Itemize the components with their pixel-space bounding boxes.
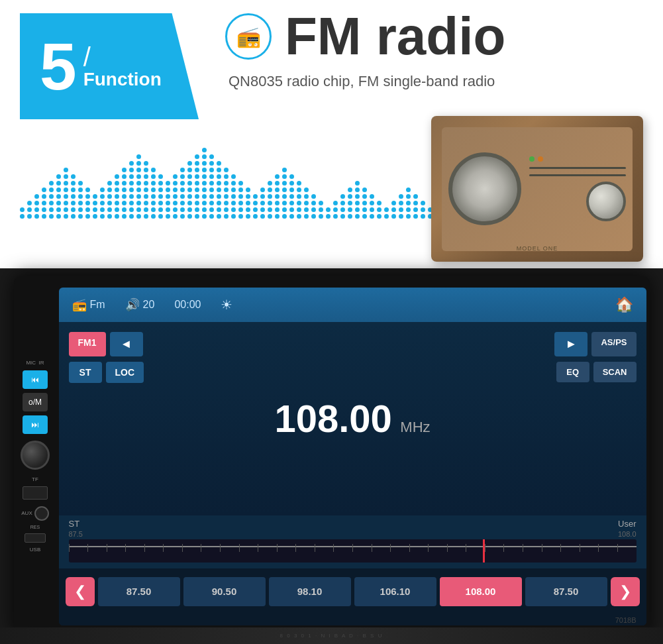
soundwave-dot: [260, 188, 265, 192]
tuner-needle: [483, 539, 485, 563]
soundwave-dot: [209, 154, 214, 159]
soundwave-column: [421, 201, 425, 219]
soundwave-dot: [166, 201, 170, 205]
preset-left-arrow[interactable]: ❮: [66, 577, 95, 606]
fm-band-button[interactable]: FM1: [69, 332, 106, 356]
soundwave-dot: [195, 188, 199, 192]
soundwave-dot: [246, 214, 250, 219]
soundwave-dot: [64, 207, 68, 212]
soundwave-dot: [304, 214, 309, 219]
soundwave-dot: [122, 201, 127, 205]
preset-station-button[interactable]: 87.50: [98, 577, 180, 606]
soundwave-column: [78, 181, 83, 219]
soundwave-dot: [195, 174, 199, 179]
home-button[interactable]: 🏠: [615, 296, 633, 313]
preset-right-arrow[interactable]: ❯: [611, 577, 640, 606]
soundwave-dot: [231, 174, 236, 179]
soundwave-dot: [289, 214, 294, 219]
soundwave-dot: [129, 214, 134, 219]
tuner-ticks: [69, 543, 637, 563]
soundwave-dot: [202, 148, 207, 152]
soundwave-dot: [260, 194, 265, 199]
tuner-tick: [333, 544, 352, 552]
soundwave-dot: [238, 214, 243, 219]
soundwave-dot: [180, 214, 185, 219]
soundwave-dot: [355, 194, 360, 199]
tune-left-button[interactable]: ◄: [110, 332, 143, 356]
soundwave-dot: [319, 214, 323, 219]
loc-button[interactable]: LOC: [106, 362, 144, 383]
tuner-bar[interactable]: [69, 539, 637, 563]
usb-slot: [25, 533, 46, 543]
frequency-unit: MHz: [400, 419, 430, 435]
soundwave-dot: [93, 207, 97, 212]
soundwave-dot: [42, 207, 46, 212]
tuner-tick: [503, 544, 523, 552]
tf-label: TF: [32, 476, 38, 482]
soundwave-column: [399, 194, 403, 219]
soundwave-column: [289, 174, 294, 219]
st-button[interactable]: ST: [69, 362, 102, 383]
soundwave-dot: [34, 214, 39, 219]
soundwave-dot: [78, 194, 83, 199]
tuner-tick: [428, 544, 447, 552]
soundwave-dot: [399, 194, 403, 199]
soundwave-column: [122, 168, 127, 219]
soundwave-dot: [64, 201, 68, 205]
soundwave-dot: [202, 201, 207, 205]
play-button[interactable]: ►: [554, 332, 587, 356]
soundwave-dot: [129, 181, 134, 186]
tuner-tick: [125, 544, 144, 552]
soundwave-dot: [42, 194, 46, 199]
soundwave-dot: [421, 207, 425, 212]
tuner-tick: [163, 544, 182, 552]
eq-button[interactable]: EQ: [556, 362, 589, 382]
right-controls: ► AS/PS EQ SCAN: [531, 332, 637, 506]
prev-button[interactable]: ⏮: [23, 370, 48, 389]
soundwave-dot: [166, 188, 170, 192]
soundwave-dot: [319, 201, 323, 205]
soundwave-dot: [56, 207, 61, 212]
preset-station-button[interactable]: 108.00: [440, 577, 522, 606]
soundwave-dot: [85, 194, 90, 199]
soundwave-dot: [129, 201, 134, 205]
soundwave-dot: [275, 181, 280, 186]
soundwave-dot: [34, 201, 39, 205]
soundwave-dot: [297, 207, 301, 212]
soundwave-dot: [391, 214, 396, 219]
soundwave-dot: [151, 168, 156, 172]
soundwave-dot: [355, 201, 360, 205]
volume-knob[interactable]: [21, 441, 50, 470]
soundwave-dot: [202, 194, 207, 199]
soundwave-dot: [144, 194, 148, 199]
scan-button[interactable]: SCAN: [593, 362, 637, 382]
preset-station-button[interactable]: 106.10: [354, 577, 436, 606]
soundwave-dot: [202, 181, 207, 186]
next-button[interactable]: ⏭: [23, 415, 48, 434]
soundwave-dot: [209, 194, 214, 199]
soundwave-column: [406, 188, 411, 219]
soundwave-dot: [107, 188, 112, 192]
soundwave-dot: [49, 194, 54, 199]
preset-station-button[interactable]: 90.50: [183, 577, 266, 606]
soundwave-dot: [42, 214, 46, 219]
as-ps-button[interactable]: AS/PS: [591, 332, 636, 356]
soundwave-dot: [275, 188, 280, 192]
preset-station-button[interactable]: 98.10: [269, 577, 351, 606]
soundwave-column: [202, 148, 207, 219]
soundwave-column: [311, 194, 316, 219]
soundwave-dot: [217, 188, 221, 192]
soundwave-dot: [413, 214, 418, 219]
aux-label: AUX: [21, 510, 32, 516]
tuner-st-label: ST: [69, 519, 80, 529]
preset-station-button[interactable]: 87.50: [525, 577, 607, 606]
soundwave-dot: [384, 207, 389, 212]
soundwave-dot: [151, 201, 156, 205]
vintage-radio-image: MODEL ONE: [431, 116, 643, 262]
soundwave-dot: [217, 168, 221, 172]
soundwave-column: [173, 174, 178, 219]
soundwave-dot: [49, 181, 54, 186]
tuner-tick: [201, 544, 220, 552]
mode-button[interactable]: o/M: [23, 393, 48, 411]
soundwave-dot: [297, 194, 301, 199]
